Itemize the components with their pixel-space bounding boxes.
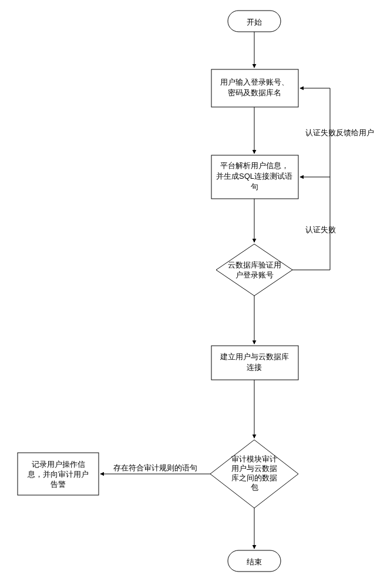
audit-line2: 用户与云数据 — [231, 464, 277, 473]
start-label: 开始 — [247, 18, 262, 26]
node-audit: 审计模块审计 用户与云数据 库之间的数据 包 — [210, 440, 298, 508]
input-line2: 密码及数据库名 — [228, 88, 281, 97]
node-verify: 云数据库验证用 户登录账号 — [216, 244, 292, 296]
label-audit-record: 存在符合审计规则的语句 — [113, 463, 197, 472]
parse-line1: 平台解析用户信息， — [220, 161, 289, 170]
svg-marker-3 — [216, 244, 292, 296]
verify-line1: 云数据库验证用 — [228, 260, 281, 269]
connect-line2: 连接 — [247, 363, 262, 372]
parse-line3: 句 — [251, 182, 258, 191]
node-end: 结束 — [228, 550, 281, 572]
label-parse-input: 认证失败反馈给用户 — [305, 128, 374, 137]
label-verify-parse: 认证失败 — [305, 225, 336, 234]
parse-line2: 并生成SQL连接测试语 — [216, 172, 292, 181]
end-label: 结束 — [247, 557, 262, 566]
record-line3: 告警 — [51, 480, 66, 489]
node-start: 开始 — [228, 11, 281, 32]
connect-line1: 建立用户与云数据库 — [220, 352, 289, 361]
flowchart: 开始 用户输入登录账号、 密码及数据库名 平台解析用户信息， 并生成SQL连接测… — [0, 0, 377, 588]
record-line2: 息，并向审计用户 — [27, 470, 89, 479]
audit-line3: 库之间的数据 — [231, 473, 277, 482]
audit-line1: 审计模块审计 — [231, 455, 277, 463]
input-line1: 用户输入登录账号、 — [220, 78, 289, 86]
audit-line4: 包 — [251, 483, 258, 492]
node-parse: 平台解析用户信息， 并生成SQL连接测试语 句 — [211, 155, 298, 199]
node-record: 记录用户操作信 息，并向审计用户 告警 — [18, 453, 99, 495]
record-line1: 记录用户操作信 — [32, 460, 85, 469]
node-input: 用户输入登录账号、 密码及数据库名 — [211, 69, 298, 107]
node-connect: 建立用户与云数据库 连接 — [211, 346, 298, 380]
verify-line2: 户登录账号 — [235, 270, 274, 279]
